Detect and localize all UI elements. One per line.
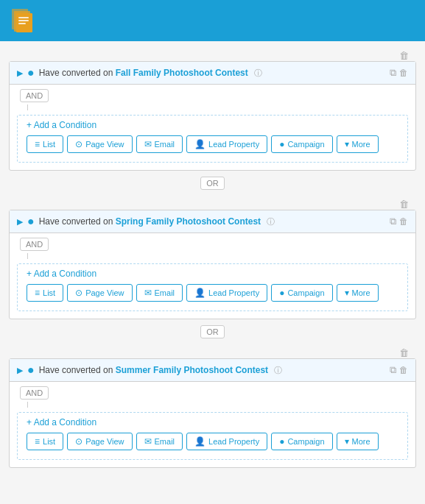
btn-label-4: Campaign [287,140,324,149]
chevron-icon[interactable]: ▶ [17,366,23,375]
and-wrapper: AND [10,85,415,115]
svg-rect-4 [18,20,29,21]
copy-icon[interactable]: ⧉ [390,216,396,227]
svg-rect-5 [18,23,26,24]
condition-btn-more[interactable]: ▾ More [337,433,379,450]
btn-label-3: Lead Property [208,437,259,446]
email-icon: ✉ [144,436,152,447]
condition-btn-list[interactable]: ≡List [27,284,63,302]
condition-btn-list[interactable]: ≡List [27,433,63,450]
delete-top-area: 🗑 [9,47,416,61]
condition-block-3: 🗑▶●Have converted on Summer Family Photo… [9,344,416,468]
condition-btn-page-view[interactable]: ⊙Page View [67,284,132,302]
campaign-icon: ● [279,288,284,298]
condition-card-actions: ⧉🗑 [390,216,408,227]
and-wrapper: AND [10,233,415,263]
delete-top-icon[interactable]: 🗑 [399,347,409,358]
condition-block-1: 🗑▶●Have converted on Fall Family Photosh… [9,47,416,171]
trash-icon[interactable]: 🗑 [399,68,408,78]
conditions-container: 🗑▶●Have converted on Fall Family Photosh… [9,47,416,468]
trash-icon[interactable]: 🗑 [399,365,408,375]
btn-label-5: More [352,288,370,297]
more-icon: ▾ [345,288,349,298]
condition-buttons-row: ≡List⊙Page View✉Email👤Lead Property●Camp… [27,284,398,302]
condition-btn-email[interactable]: ✉Email [136,135,183,153]
add-condition-title[interactable]: + Add a Condition [27,269,398,279]
info-icon[interactable]: ⓘ [267,216,275,227]
person-icon: 👤 [194,436,206,447]
list-icon: ≡ [35,288,40,298]
condition-card-actions: ⧉🗑 [390,67,408,79]
person-icon: 👤 [194,139,206,149]
condition-header-left: ▶●Have converted on Spring Family Photos… [17,216,275,227]
copy-icon[interactable]: ⧉ [390,364,396,376]
condition-buttons-row: ≡List⊙Page View✉Email👤Lead Property●Camp… [27,135,398,153]
btn-label-2: Email [155,288,175,297]
condition-btn-lead-property[interactable]: 👤Lead Property [186,433,267,450]
add-condition-title[interactable]: + Add a Condition [27,120,398,130]
status-dot-icon: ● [27,216,35,227]
condition-header-left: ▶●Have converted on Fall Family Photosho… [17,67,262,79]
btn-label-2: Email [155,437,175,446]
vertical-line [27,253,28,259]
btn-label-0: List [43,437,55,446]
info-icon[interactable]: ⓘ [274,365,282,376]
condition-btn-more[interactable]: ▾ More [337,135,379,153]
or-separator-1: OR [9,319,416,344]
delete-top-area: 🗑 [9,196,416,210]
campaign-icon: ● [279,139,284,149]
condition-label-text: Have converted on Summer Family Photosho… [39,365,268,375]
condition-btn-campaign[interactable]: ●Campaign [271,135,332,153]
header-section [0,0,425,41]
btn-label-0: List [43,288,55,297]
condition-btn-list[interactable]: ≡List [27,135,63,153]
condition-btn-page-view[interactable]: ⊙Page View [67,433,132,450]
delete-top-icon[interactable]: 🗑 [399,50,409,61]
btn-label-1: Page View [85,140,124,149]
condition-btn-email[interactable]: ✉Email [136,433,183,450]
delete-top-icon[interactable]: 🗑 [399,199,409,210]
campaign-icon: ● [279,436,284,447]
add-condition-area: + Add a Condition≡List⊙Page View✉Email👤L… [17,412,408,460]
add-condition-area: + Add a Condition≡List⊙Page View✉Email👤L… [17,263,408,311]
page-icon: ⊙ [75,139,82,149]
btn-label-1: Page View [85,288,124,297]
main-content: 🗑▶●Have converted on Fall Family Photosh… [0,41,425,477]
condition-btn-lead-property[interactable]: 👤Lead Property [186,284,267,302]
status-dot-icon: ● [27,364,35,376]
condition-btn-page-view[interactable]: ⊙Page View [67,135,132,153]
condition-buttons-row: ≡List⊙Page View✉Email👤Lead Property●Camp… [27,433,398,450]
condition-btn-email[interactable]: ✉Email [136,284,183,302]
condition-btn-campaign[interactable]: ●Campaign [271,284,332,302]
trash-icon[interactable]: 🗑 [399,216,408,227]
info-icon[interactable]: ⓘ [254,68,262,79]
copy-icon[interactable]: ⧉ [390,67,396,79]
or-badge: OR [200,325,225,338]
chevron-icon[interactable]: ▶ [17,68,23,78]
and-wrapper: AND [10,382,415,412]
btn-label-3: Lead Property [208,140,259,149]
header-icon [9,7,35,34]
condition-label-text: Have converted on Fall Family Photoshoot… [39,68,248,78]
btn-label-5: More [352,437,370,446]
btn-label-3: Lead Property [208,288,259,297]
more-icon: ▾ [345,139,349,149]
condition-card-header: ▶●Have converted on Summer Family Photos… [10,359,415,382]
condition-card-actions: ⧉🗑 [390,364,408,376]
or-separator-0: OR [9,171,416,196]
condition-btn-more[interactable]: ▾ More [337,284,379,302]
and-badge: AND [20,386,49,400]
condition-btn-lead-property[interactable]: 👤Lead Property [186,135,267,153]
add-condition-title[interactable]: + Add a Condition [27,417,398,427]
email-icon: ✉ [144,288,152,298]
condition-header-left: ▶●Have converted on Summer Family Photos… [17,364,282,376]
chevron-icon[interactable]: ▶ [17,217,23,227]
condition-label-text: Have converted on Spring Family Photosho… [39,216,261,227]
btn-label-5: More [352,140,370,149]
list-icon: ≡ [35,436,40,447]
condition-btn-campaign[interactable]: ●Campaign [271,433,332,450]
btn-label-2: Email [155,140,175,149]
condition-card-header: ▶●Have converted on Fall Family Photosho… [10,62,415,85]
page-icon: ⊙ [75,436,82,447]
vertical-line [27,402,28,408]
